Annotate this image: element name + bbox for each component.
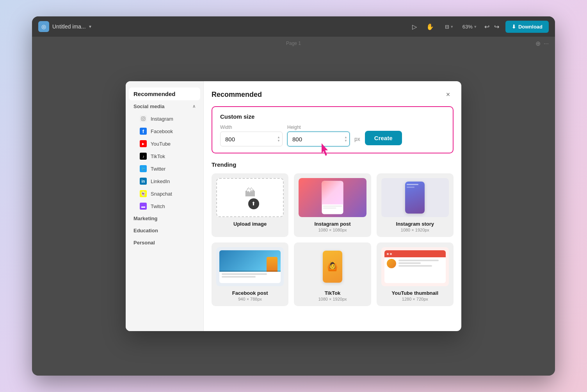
undo-redo-group: ↩ ↪ bbox=[483, 21, 501, 32]
canvas-area: Page 1 ⊕ ··· Recommended Social media ∧ bbox=[32, 37, 555, 376]
hand-icon[interactable]: ✋ bbox=[425, 21, 436, 32]
zoom-control[interactable]: 63% ▾ bbox=[462, 24, 477, 30]
upload-image-label: Upload image bbox=[233, 221, 267, 227]
sidebar-category-marketing[interactable]: Marketing bbox=[126, 212, 203, 225]
layout-button[interactable]: ⊟ ▾ bbox=[442, 22, 456, 31]
tiktok-card[interactable]: 🙆 TikTok 1080 × 1920px bbox=[294, 242, 371, 306]
linkedin-icon: in bbox=[140, 178, 147, 185]
width-arrows: ▲ ▼ bbox=[277, 136, 280, 143]
instagram-icon bbox=[140, 115, 147, 122]
modal-main: Recommended × Custom size Width bbox=[204, 81, 461, 331]
modal-overlay: Recommended Social media ∧ Instagr bbox=[32, 37, 555, 376]
svg-rect-0 bbox=[141, 117, 145, 121]
download-icon: ⬇ bbox=[512, 24, 516, 30]
youtube-icon: ▶ bbox=[140, 140, 147, 147]
instagram-story-label: Instagram story bbox=[396, 221, 434, 227]
facebook-post-card[interactable]: Facebook post 940 × 788px bbox=[212, 242, 288, 306]
height-field-group: Height ▲ ▼ bbox=[287, 125, 350, 146]
height-down-arrow[interactable]: ▼ bbox=[344, 139, 347, 143]
twitter-icon: 🐦 bbox=[140, 165, 147, 172]
upload-thumb: 🏔 ⬆ bbox=[216, 178, 284, 217]
custom-size-fields: Width ▲ ▼ Height bbox=[220, 125, 445, 146]
sidebar-category-personal[interactable]: Personal bbox=[126, 237, 203, 249]
templates-grid: 🏔 ⬆ Upload image bbox=[212, 173, 454, 306]
width-field-group: Width ▲ ▼ bbox=[220, 125, 283, 146]
sidebar-item-twitch[interactable]: ▬ Twitch bbox=[126, 200, 203, 212]
recommended-modal: Recommended Social media ∧ Instagr bbox=[126, 81, 461, 331]
height-input-wrap: ▲ ▼ bbox=[287, 132, 350, 146]
app-window: ◎ Untitled ima... ▾ ▷ ✋ ⊟ ▾ 63% ▾ ↩ ↪ ⬇ … bbox=[32, 16, 555, 376]
svg-point-1 bbox=[142, 118, 144, 120]
sidebar-item-snapchat[interactable]: 👻 Snapchat bbox=[126, 187, 203, 200]
sidebar-item-twitter[interactable]: 🐦 Twitter bbox=[126, 162, 203, 175]
top-bar-right: ⬇ Download bbox=[505, 21, 549, 33]
facebook-icon: f bbox=[140, 128, 147, 135]
facebook-post-thumb bbox=[216, 247, 284, 286]
height-input[interactable] bbox=[287, 132, 350, 146]
youtube-thumbnail-label: YouTube thumbnail bbox=[392, 290, 438, 296]
width-down-arrow[interactable]: ▼ bbox=[277, 139, 280, 143]
upload-icon: ⬆ bbox=[248, 198, 259, 209]
top-bar: ◎ Untitled ima... ▾ ▷ ✋ ⊟ ▾ 63% ▾ ↩ ↪ ⬇ … bbox=[32, 16, 555, 37]
top-bar-left: ◎ Untitled ima... ▾ bbox=[38, 21, 406, 32]
sidebar-category-education[interactable]: Education bbox=[126, 225, 203, 237]
play-icon[interactable]: ▷ bbox=[411, 21, 418, 32]
width-label: Width bbox=[220, 125, 283, 130]
upload-image-card[interactable]: 🏔 ⬆ Upload image bbox=[212, 173, 288, 237]
instagram-story-card[interactable]: Instagram story 1080 × 1920px bbox=[377, 173, 454, 237]
height-up-arrow[interactable]: ▲ bbox=[344, 136, 347, 139]
youtube-thumbnail-card[interactable]: YouTube thumbnail 1280 × 720px bbox=[377, 242, 454, 306]
chevron-up-icon: ∧ bbox=[192, 104, 196, 109]
svg-point-2 bbox=[144, 118, 144, 118]
facebook-post-dims: 940 × 788px bbox=[238, 297, 262, 301]
title-chevron-icon[interactable]: ▾ bbox=[89, 24, 91, 29]
sidebar-item-youtube[interactable]: ▶ YouTube bbox=[126, 137, 203, 150]
tiktok-icon: ♪ bbox=[140, 153, 147, 160]
undo-icon[interactable]: ↩ bbox=[483, 21, 491, 32]
instagram-story-dims: 1080 × 1920px bbox=[401, 228, 429, 232]
instagram-story-thumb bbox=[381, 178, 449, 217]
toolbar: ▷ ✋ ⊟ ▾ 63% ▾ ↩ ↪ bbox=[411, 21, 501, 32]
width-input[interactable] bbox=[220, 132, 283, 146]
twitch-icon: ▬ bbox=[140, 203, 147, 210]
custom-size-box: Custom size Width ▲ ▼ bbox=[212, 106, 454, 153]
sidebar-item-instagram[interactable]: Instagram bbox=[126, 112, 203, 125]
instagram-post-card[interactable]: Instagram post 1080 × 1080px bbox=[294, 173, 371, 237]
tiktok-dims: 1080 × 1920px bbox=[318, 297, 347, 301]
sidebar-item-linkedin[interactable]: in LinkedIn bbox=[126, 175, 203, 187]
sidebar-item-facebook[interactable]: f Facebook bbox=[126, 125, 203, 137]
sidebar-item-tiktok[interactable]: ♪ TikTok bbox=[126, 150, 203, 162]
document-title: Untitled ima... bbox=[52, 23, 86, 30]
modal-sidebar: Recommended Social media ∧ Instagr bbox=[126, 81, 204, 331]
width-up-arrow[interactable]: ▲ bbox=[277, 136, 280, 139]
height-arrows: ▲ ▼ bbox=[344, 136, 347, 143]
instagram-post-thumb bbox=[299, 178, 366, 217]
app-logo: ◎ bbox=[38, 21, 49, 32]
modal-header: Recommended × bbox=[212, 89, 454, 100]
px-label: px bbox=[354, 136, 360, 142]
width-input-wrap: ▲ ▼ bbox=[220, 132, 283, 146]
download-button[interactable]: ⬇ Download bbox=[505, 21, 549, 33]
instagram-post-label: Instagram post bbox=[314, 221, 350, 227]
layout-icon: ⊟ bbox=[445, 24, 449, 30]
tiktok-label: TikTok bbox=[325, 290, 341, 296]
trending-section-title: Trending bbox=[212, 161, 454, 168]
tiktok-thumb: 🙆 bbox=[299, 247, 366, 286]
modal-close-button[interactable]: × bbox=[443, 89, 454, 100]
youtube-thumbnail-dims: 1280 × 720px bbox=[402, 297, 428, 301]
mountain-icon: 🏔 bbox=[245, 186, 256, 199]
height-label: Height bbox=[287, 125, 350, 130]
instagram-post-dims: 1080 × 1080px bbox=[318, 228, 347, 232]
modal-title: Recommended bbox=[212, 91, 262, 99]
sidebar-recommended[interactable]: Recommended bbox=[129, 87, 200, 100]
custom-size-title: Custom size bbox=[220, 113, 445, 120]
snapchat-icon: 👻 bbox=[140, 190, 147, 197]
youtube-thumb bbox=[381, 247, 449, 286]
create-button[interactable]: Create bbox=[365, 131, 402, 145]
facebook-post-label: Facebook post bbox=[232, 290, 268, 296]
redo-icon[interactable]: ↪ bbox=[493, 21, 501, 32]
sidebar-category-social-media[interactable]: Social media ∧ bbox=[126, 100, 203, 112]
